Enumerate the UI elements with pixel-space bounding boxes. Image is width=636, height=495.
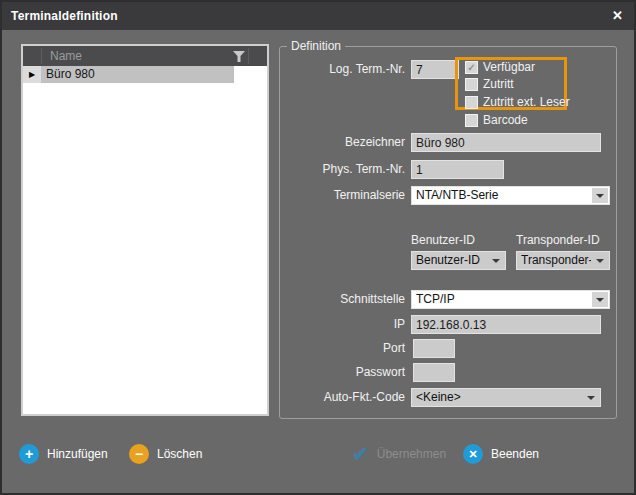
chevron-down-icon	[596, 298, 604, 302]
port-field[interactable]	[413, 339, 455, 358]
checkbox-box	[465, 96, 478, 109]
schnittstelle-dropdown[interactable]: TCP/IP	[411, 290, 610, 309]
terminal-definition-dialog: Terminaldefinition ✕ Name ▶ Büro 980 Def…	[0, 0, 636, 495]
checkbox-label: Verfügbar	[483, 61, 535, 74]
apply-button-label: Übernehmen	[377, 447, 446, 461]
benutzer-id-value: Benutzer-ID	[416, 252, 487, 269]
delete-button-label: Löschen	[157, 447, 202, 461]
bezeichner-field[interactable]	[411, 133, 601, 152]
terminal-list: Name ▶ Büro 980	[21, 44, 269, 416]
checkbox-label: Zutritt ext. Leser	[483, 96, 570, 109]
titlebar[interactable]: Terminaldefinition ✕	[2, 2, 634, 30]
auto-fkt-code-label: Auto-Fkt.-Code	[280, 388, 405, 407]
minus-icon: −	[129, 444, 149, 464]
schnittstelle-label: Schnittstelle	[280, 290, 405, 309]
terminalserie-label: Terminalserie	[280, 186, 405, 205]
dropdown-arrow-button	[592, 188, 608, 203]
column-header-name: Name	[50, 46, 82, 66]
checkbox-verfuegbar[interactable]: ✓ Verfügbar	[465, 61, 535, 74]
checkbox-barcode[interactable]: Barcode	[465, 114, 528, 127]
port-label: Port	[280, 339, 405, 358]
row-name-cell: Büro 980	[41, 66, 234, 83]
bezeichner-label: Bezeichner	[280, 133, 405, 152]
row-marker-icon: ▶	[23, 66, 41, 83]
phys-term-nr-field[interactable]	[411, 160, 504, 179]
filter-icon[interactable]	[233, 51, 245, 62]
checkbox-zutritt[interactable]: Zutritt	[465, 78, 514, 91]
groupbox-legend: Definition	[287, 39, 345, 54]
add-button-label: Hinzufügen	[47, 447, 108, 461]
chevron-down-icon	[492, 259, 500, 263]
auto-fkt-code-value: <Keine>	[416, 389, 582, 406]
ip-field[interactable]	[411, 315, 601, 334]
passwort-field[interactable]	[413, 363, 455, 382]
end-button[interactable]: ✕ Beenden	[463, 443, 539, 465]
checkbox-label: Zutritt	[483, 78, 514, 91]
terminalserie-value: NTA/NTB-Serie	[416, 187, 591, 204]
ip-label: IP	[280, 315, 405, 334]
chevron-down-icon	[587, 396, 595, 400]
transponder-id-value: Transponder-	[521, 252, 591, 269]
transponder-id-dropdown[interactable]: Transponder-	[516, 251, 610, 270]
chevron-down-icon	[596, 259, 604, 263]
definition-groupbox: Definition Log. Term.-Nr. ✓ Verfügbar Zu…	[279, 46, 617, 419]
checkbox-box	[465, 78, 478, 91]
plus-icon: +	[19, 444, 39, 464]
close-icon[interactable]: ✕	[612, 2, 623, 30]
header-gutter-divider	[41, 48, 42, 64]
window-title: Terminaldefinition	[11, 2, 118, 30]
add-button[interactable]: + Hinzufügen	[19, 443, 108, 465]
auto-fkt-code-dropdown[interactable]: <Keine>	[411, 388, 601, 407]
log-term-nr-field[interactable]	[411, 60, 459, 79]
dropdown-arrow-button	[592, 292, 608, 307]
checkbox-box	[465, 114, 478, 127]
list-header: Name	[23, 46, 267, 66]
schnittstelle-value: TCP/IP	[416, 291, 591, 308]
terminalserie-dropdown[interactable]: NTA/NTB-Serie	[411, 186, 610, 205]
chevron-down-icon	[596, 194, 604, 198]
checkbox-label: Barcode	[483, 114, 528, 127]
delete-button[interactable]: − Löschen	[129, 443, 202, 465]
check-icon: ✔	[352, 444, 369, 464]
transponder-id-column-label: Transponder-ID	[516, 233, 600, 247]
benutzer-id-column-label: Benutzer-ID	[411, 233, 475, 247]
log-term-nr-label: Log. Term.-Nr.	[280, 60, 405, 79]
apply-button[interactable]: ✔ Übernehmen	[352, 443, 446, 465]
passwort-label: Passwort	[280, 363, 405, 382]
checkbox-zutritt-ext-leser[interactable]: Zutritt ext. Leser	[465, 96, 570, 109]
end-button-label: Beenden	[491, 447, 539, 461]
phys-term-nr-label: Phys. Term.-Nr.	[280, 160, 405, 179]
x-icon: ✕	[463, 444, 483, 464]
benutzer-id-dropdown[interactable]: Benutzer-ID	[411, 251, 506, 270]
table-row[interactable]: ▶ Büro 980	[23, 66, 267, 83]
checkbox-box: ✓	[465, 61, 478, 74]
header-right-divider	[248, 48, 249, 64]
